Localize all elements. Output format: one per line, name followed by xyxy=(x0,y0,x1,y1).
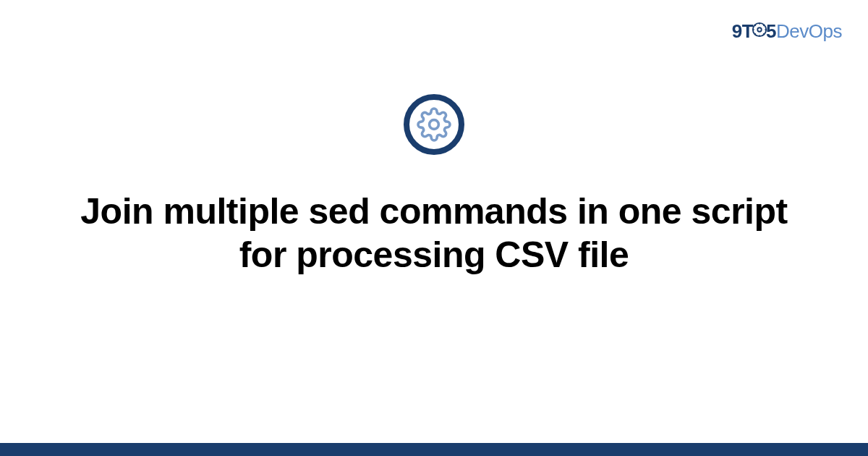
logo-gear-icon xyxy=(752,20,767,43)
gear-circle-icon xyxy=(404,94,464,155)
site-logo: 9T5DevOps xyxy=(732,20,842,44)
page-title: Join multiple sed commands in one script… xyxy=(65,190,803,276)
logo-text-5: 5 xyxy=(766,20,776,42)
logo-text-devops: DevOps xyxy=(776,20,842,42)
svg-point-2 xyxy=(430,120,439,130)
logo-text-9t: 9T xyxy=(732,20,753,42)
main-content: Join multiple sed commands in one script… xyxy=(0,94,868,276)
svg-point-1 xyxy=(757,28,762,32)
bottom-accent-bar xyxy=(0,443,868,456)
